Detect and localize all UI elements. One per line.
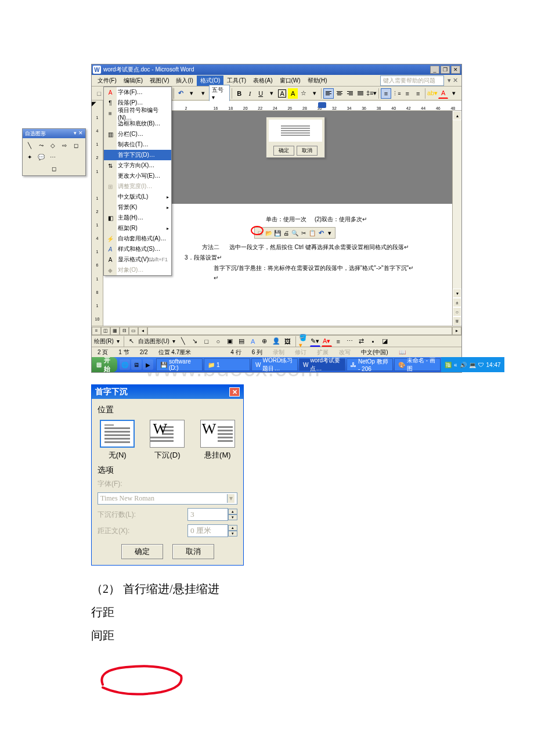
mini-ok-button[interactable]: 确定 xyxy=(273,146,294,156)
spin-down2-icon[interactable]: ▾ xyxy=(228,531,237,537)
shape-connector-icon[interactable]: ⤳ xyxy=(36,140,46,150)
vertical-scrollbar[interactable]: ▴ ▾ ± ○ ∓ xyxy=(452,111,461,326)
toolbox-close-icon[interactable]: ▾ ✕ xyxy=(74,130,83,137)
restore-button[interactable]: ❐ xyxy=(441,66,450,74)
para-dir-icon[interactable]: ▾ xyxy=(198,88,208,99)
undo-icon[interactable] xyxy=(176,88,186,99)
browse-object-icon[interactable]: ○ xyxy=(453,307,461,316)
rect-icon[interactable]: □ xyxy=(201,336,212,347)
menu-view[interactable]: 视图(V) xyxy=(146,75,172,86)
spin-up2-icon[interactable]: ▴ xyxy=(228,525,237,531)
scroll-up-icon[interactable]: ▴ xyxy=(453,111,461,120)
status-rec[interactable]: 录制 xyxy=(270,348,287,357)
print-view-icon[interactable]: ▦ xyxy=(110,327,120,335)
shadow-icon[interactable]: ▪ xyxy=(368,336,378,347)
tiny-paste-icon[interactable] xyxy=(308,229,316,237)
scroll-down-icon[interactable]: ▾ xyxy=(453,289,461,298)
dd-dropcap[interactable]: 首字下沉(D)… xyxy=(104,150,171,160)
align-right-icon[interactable] xyxy=(345,88,355,99)
distance-input[interactable] xyxy=(187,524,228,537)
web-view-icon[interactable]: ◫ xyxy=(101,327,110,335)
tiny-undo-icon[interactable] xyxy=(317,229,325,237)
system-tray[interactable]: 🈯 « 🔊 💻 🛡 14:47 xyxy=(441,357,504,372)
diagram-icon[interactable]: ⊕ xyxy=(259,336,270,347)
dash-icon[interactable]: ▾ xyxy=(266,88,276,99)
font-size-combo[interactable]: 五号 ▾ xyxy=(209,85,230,102)
document-scroll[interactable]: A字体(F)… ¶段落(P)… ≡项目符号和编号(N)… 边框和底纹(B)… ▥… xyxy=(103,111,452,326)
font-color-icon[interactable] xyxy=(438,88,448,99)
fill-color-icon[interactable]: 🪣▾ xyxy=(298,336,309,347)
dd-autoformat[interactable]: ⚡自动套用格式(A)… xyxy=(104,233,171,244)
italic-icon[interactable] xyxy=(245,88,255,99)
lines-input[interactable] xyxy=(187,508,228,521)
hscroll-left-icon[interactable]: ◂ xyxy=(138,327,147,335)
more2-icon[interactable]: ▾ xyxy=(309,88,319,99)
line-style-icon[interactable]: ≡ xyxy=(333,336,344,347)
browse-prev-icon[interactable]: ± xyxy=(453,298,461,307)
outline-view-icon[interactable]: ⊟ xyxy=(120,327,129,335)
shape-line-icon[interactable]: ╲ xyxy=(24,140,35,150)
reading-view-icon[interactable]: ▭ xyxy=(129,327,138,335)
tiny-cut-icon[interactable] xyxy=(300,229,308,237)
dd-changecase[interactable]: 更改大小写(E)… xyxy=(104,171,171,181)
ok-button[interactable]: 确定 xyxy=(121,544,163,559)
picture-icon[interactable]: 🖼 xyxy=(283,336,293,347)
vertical-ruler[interactable]: 1412112141618110 xyxy=(92,111,103,326)
task-word1[interactable]: W WORD练习题目… xyxy=(251,358,298,371)
task-netop[interactable]: 🖧 NetOp 教师 - 206 xyxy=(347,358,393,371)
numbering-icon[interactable] xyxy=(381,88,391,99)
ql-ie-icon[interactable]: 🌐 xyxy=(120,359,130,370)
menu-tools[interactable]: 工具(T) xyxy=(223,75,250,86)
indent-icon[interactable] xyxy=(413,88,423,99)
draw-menu[interactable]: 绘图(R) xyxy=(94,337,114,345)
arrow-style-icon[interactable]: ⇄ xyxy=(356,336,367,347)
highlight2-icon[interactable]: ab▾ xyxy=(427,88,438,99)
dd-styles[interactable]: A样式和格式(S)… xyxy=(104,244,171,254)
align-left-icon[interactable] xyxy=(323,88,333,99)
dd-theme[interactable]: ◧主题(H)… xyxy=(104,213,171,223)
dd-columns[interactable]: ▥分栏(C)… xyxy=(104,129,171,139)
line-spacing-icon[interactable]: ‡≡▾ xyxy=(366,88,377,99)
tiny-more-icon[interactable]: ▾ xyxy=(326,229,334,237)
arrow-icon[interactable]: ↘ xyxy=(190,336,200,347)
dd-tabs[interactable]: 制表位(T)… xyxy=(104,139,171,150)
underline-icon[interactable] xyxy=(255,88,265,99)
menu-insert[interactable]: 插入(I) xyxy=(172,75,196,86)
ruler-corner[interactable]: ◤ xyxy=(92,100,103,111)
dd-frame[interactable]: 框架(R)▸ xyxy=(104,223,171,233)
menu-table[interactable]: 表格(A) xyxy=(250,75,276,86)
close-button[interactable]: ✕ xyxy=(451,66,460,74)
tiny-print-icon[interactable] xyxy=(282,229,290,237)
shape-callout-icon[interactable]: 💬 xyxy=(36,152,46,162)
char-fit-icon[interactable] xyxy=(298,88,308,99)
tray-net-icon[interactable]: 💻 xyxy=(469,362,476,368)
wordart-icon[interactable]: A xyxy=(248,336,258,347)
tray-lang-icon[interactable]: 🈯 xyxy=(445,362,452,368)
option-dropped[interactable]: W 下沉(D) xyxy=(150,420,185,460)
clipart-icon[interactable]: 👤 xyxy=(271,336,282,347)
menu-help[interactable]: 帮助(H) xyxy=(304,75,331,86)
status-lang[interactable]: 中文(中国) xyxy=(359,348,391,357)
dd-asian[interactable]: 中文版式(L)▸ xyxy=(104,192,171,202)
oval-icon[interactable]: ○ xyxy=(213,336,223,347)
menu-format[interactable]: 格式(O) xyxy=(197,75,223,86)
tiny-preview-icon[interactable] xyxy=(291,229,299,237)
cancel-button[interactable]: 取消 xyxy=(172,544,214,559)
normal-view-icon[interactable]: ≡ xyxy=(92,327,101,335)
shape-basic-icon[interactable]: ◇ xyxy=(48,140,58,150)
line-icon[interactable]: ╲ xyxy=(178,336,189,347)
dd-font[interactable]: A字体(F)… xyxy=(104,87,171,98)
minimize-button[interactable]: _ xyxy=(430,66,439,74)
status-rev[interactable]: 修订 xyxy=(293,348,309,357)
highlight-icon[interactable] xyxy=(288,88,298,99)
help-search-box[interactable]: 键入需要帮助的问题 xyxy=(380,75,444,86)
task-folder[interactable]: 📁 1 xyxy=(204,358,250,371)
shape-star-icon[interactable]: ✦ xyxy=(24,152,35,162)
mini-cancel-button[interactable]: 取消 xyxy=(297,146,317,156)
align-justify-icon[interactable] xyxy=(356,88,366,99)
menu-file[interactable]: 文件(F) xyxy=(94,75,120,86)
browse-next-icon[interactable]: ∓ xyxy=(453,316,461,326)
ql-desktop-icon[interactable]: 🖥 xyxy=(131,359,142,370)
task-drive[interactable]: 💾 software (D:) xyxy=(156,358,203,371)
tray-vol-icon[interactable]: 🔊 xyxy=(460,362,467,368)
